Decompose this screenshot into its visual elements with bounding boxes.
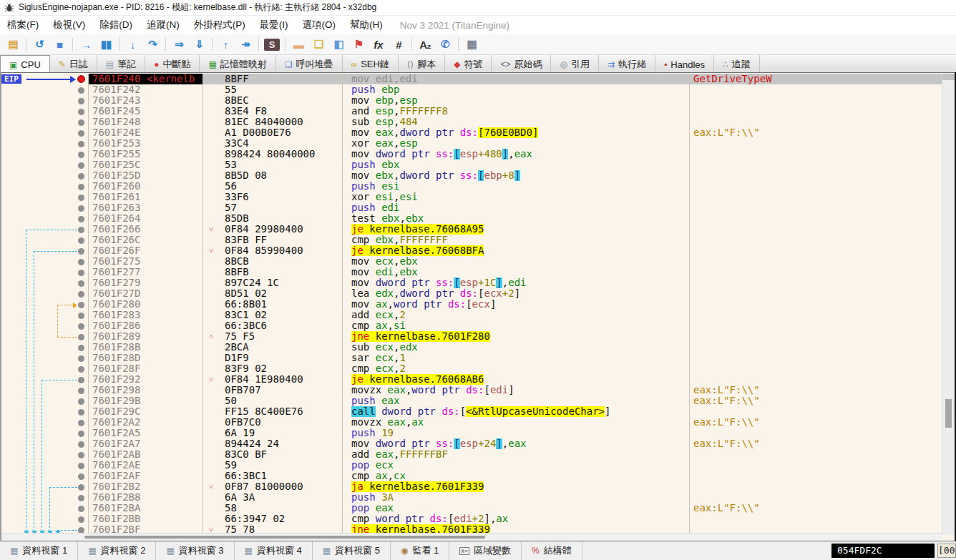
open-file-icon[interactable]: ▤ — [3, 37, 23, 51]
tab-call-stack[interactable]: ❏呼叫堆疊 — [276, 55, 343, 74]
disasm-row[interactable]: 7601F28666:3BC6cmp ax,si — [89, 320, 942, 331]
instruction-dot[interactable] — [78, 291, 84, 298]
menu-debug[interactable]: 除錯(D) — [92, 16, 140, 34]
menu-view[interactable]: 檢視(V) — [46, 16, 92, 34]
instruction-dot[interactable] — [78, 313, 84, 319]
bottom-tab-dump-5[interactable]: ▦資料視窗 5 — [313, 541, 391, 560]
label-icon[interactable]: ◧ — [328, 37, 348, 51]
instruction-dot[interactable] — [78, 280, 84, 287]
instruction-dot[interactable] — [78, 452, 84, 458]
disasm-row[interactable]: 7601F2AE59pop ecx — [89, 460, 942, 471]
bottom-tab-dump-2[interactable]: ▦資料視窗 2 — [78, 541, 156, 560]
tab-handles[interactable]: ▪Handles — [655, 55, 714, 74]
disasm-row[interactable]: 7601F25333C4xor eax,esp — [89, 138, 942, 149]
disasm-row[interactable]: 7601F240 <kernelb8BFFmov edi,ediGetDrive… — [89, 74, 942, 84]
tab-cpu[interactable]: ▣CPU — [0, 55, 50, 74]
bottom-tab-watch-1[interactable]: ◉監看 1 — [391, 541, 449, 560]
disasm-row[interactable]: 7601F2A7894424 24mov dword ptr ss:[esp+2… — [89, 438, 942, 449]
disasm-row[interactable]: 7601F28066:8B01mov ax,word ptr ds:[ecx] — [89, 299, 942, 310]
tab-threads[interactable]: ⇉執行緒 — [599, 55, 655, 74]
case-sensitive-icon[interactable]: A₂ — [415, 38, 435, 51]
tab-symbols[interactable]: ◆符號 — [445, 55, 492, 74]
disasm-row[interactable]: 7601F2758BCBmov ecx,ebx — [89, 256, 942, 267]
instruction-dot[interactable] — [78, 270, 84, 276]
disasm-row[interactable]: 7601F2A20FB7C0movzx eax,axeax:L"F:\\" — [89, 417, 942, 428]
hash-icon[interactable]: # — [389, 38, 409, 51]
disasm-row[interactable]: 7601F2AB83C0 BFadd eax,FFFFFFBF — [89, 449, 942, 460]
menu-file[interactable]: 檔案(F) — [0, 16, 46, 34]
disasm-row[interactable]: 7601F2438BECmov ebp,esp — [89, 95, 942, 106]
disasm-row[interactable]: 7601F26357push edi — [89, 202, 942, 213]
disasm-row[interactable]: 7601F26485DBtest ebx,ebx — [89, 213, 942, 224]
disasm-row[interactable]: 7601F28DD1F9sar ecx,1 — [89, 353, 942, 363]
instruction-dot[interactable] — [78, 195, 84, 201]
instruction-dot[interactable] — [78, 162, 84, 169]
tab-references[interactable]: ◎引用 — [551, 55, 598, 74]
menu-favourites[interactable]: 最愛(I) — [253, 16, 296, 34]
menu-options[interactable]: 選項(O) — [296, 16, 343, 34]
disasm-row[interactable]: 7601F29B50push eaxeax:L"F:\\" — [89, 396, 942, 406]
instruction-dot[interactable] — [78, 227, 84, 233]
step-into-icon[interactable]: ↓ — [122, 38, 142, 51]
instruction-dot[interactable] — [78, 130, 84, 137]
disasm-row[interactable]: 7601F28383C1 02add ecx,2 — [89, 310, 942, 320]
horizontal-scrollbar[interactable] — [1, 533, 942, 541]
pause-icon[interactable]: ▮▮ — [96, 37, 116, 51]
instruction-dot[interactable] — [78, 323, 84, 330]
disasm-row[interactable]: 7601F289˄75 F5jne kernelbase.7601F280 — [89, 331, 942, 342]
instruction-dot[interactable] — [78, 516, 84, 523]
instruction-dot[interactable] — [78, 398, 84, 405]
instruction-dot[interactable] — [78, 431, 84, 437]
comment-icon[interactable]: ❏ — [308, 37, 328, 51]
bottom-tab-dump-3[interactable]: ▦資料視窗 3 — [156, 541, 234, 560]
disasm-row[interactable]: 7601F2778BFBmov edi,ebx — [89, 267, 942, 277]
horizontal-scrollbar-thumb[interactable] — [84, 536, 485, 539]
trace-record-icon[interactable]: S — [264, 39, 280, 51]
instruction-dot[interactable] — [78, 98, 84, 104]
disasm-row[interactable]: 7601F27D8D51 02lea edx,dword ptr ds:[ecx… — [89, 288, 942, 299]
vertical-scrollbar-thumb[interactable] — [945, 399, 952, 428]
bottom-tab-locals[interactable]: x=區域變數 — [449, 541, 522, 560]
instruction-dot[interactable] — [78, 141, 84, 147]
instruction-dot[interactable] — [78, 484, 84, 491]
instruction-dot[interactable] — [78, 248, 84, 255]
disasm-row[interactable]: 7601F2B86A 3Apush 3A — [89, 492, 942, 503]
bottom-tab-dump-4[interactable]: ▦資料視窗 4 — [235, 541, 313, 560]
instruction-dot[interactable] — [78, 302, 84, 308]
disasm-row[interactable]: 7601F28F83F9 02cmp ecx,2 — [89, 363, 942, 374]
instruction-dot[interactable] — [78, 237, 84, 244]
disasm-row[interactable]: 7601F292˅0F84 1E980400je kernelbase.7606… — [89, 374, 942, 385]
disasm-row[interactable]: 7601F2BB66:3947 02cmp word ptr ds:[edi+2… — [89, 514, 942, 524]
instruction-dot[interactable] — [78, 205, 84, 212]
disasm-row[interactable]: 7601F26C83FB FFcmp ebx,FFFFFFFF — [89, 235, 942, 245]
disasm-row[interactable]: 7601F2B2˅0F87 81000000ja kernelbase.7601… — [89, 481, 942, 492]
run-icon[interactable]: → — [76, 38, 96, 51]
disasm-row[interactable]: 7601F266˅0F84 29980400je kernelbase.7606… — [89, 224, 942, 235]
run-to-user-code-icon[interactable]: ↠ — [235, 37, 255, 51]
disasm-row[interactable]: 7601F24EA1 D00B0E76mov eax,dword ptr ds:… — [89, 127, 942, 138]
step-out-icon[interactable]: ↑ — [215, 38, 235, 51]
instruction-dot[interactable] — [78, 366, 84, 373]
disassembly-panel[interactable]: EIP 7601F240 <kernelb8BFFmov edi,ediGetD… — [0, 72, 956, 541]
calculator-icon[interactable]: ▦ — [462, 37, 482, 51]
disasm-row[interactable]: 7601F279897C24 1Cmov dword ptr ss:[esp+1… — [89, 277, 942, 288]
disasm-row[interactable]: 7601F29CFF15 8C400E76call dword ptr ds:[… — [89, 406, 942, 417]
instruction-dot[interactable] — [78, 345, 84, 351]
instruction-dot[interactable] — [78, 87, 84, 94]
disasm-row[interactable]: 7601F24255push ebp — [89, 84, 942, 95]
instruction-dot[interactable] — [78, 355, 84, 362]
tab-script[interactable]: ⟨⟩腳本 — [399, 55, 445, 74]
disasm-row[interactable]: 7601F24583E4 F8and esp,FFFFFFF8 — [89, 106, 942, 117]
call-helper-icon[interactable]: ✆ — [435, 37, 455, 51]
disasm-row[interactable]: 7601F26F˅0F84 85990400je kernelbase.7606… — [89, 245, 942, 256]
instruction-dot[interactable] — [78, 441, 84, 448]
instruction-dot[interactable] — [78, 420, 84, 426]
step-over-icon[interactable]: ↷ — [142, 37, 162, 51]
bottom-tab-struct[interactable]: %結構體 — [522, 541, 582, 560]
execute-till-return-icon[interactable]: ⇓ — [189, 37, 209, 51]
disasm-row[interactable]: 7601F25C53push ebx — [89, 159, 942, 170]
instruction-dot[interactable] — [78, 334, 84, 340]
disasm-row[interactable]: 7601F25D8B5D 08mov ebx,dword ptr ss:[ebp… — [89, 170, 942, 181]
menu-trace[interactable]: 追蹤(N) — [140, 16, 187, 34]
disasm-row[interactable]: 7601F24881EC 84040000sub esp,484 — [89, 117, 942, 127]
